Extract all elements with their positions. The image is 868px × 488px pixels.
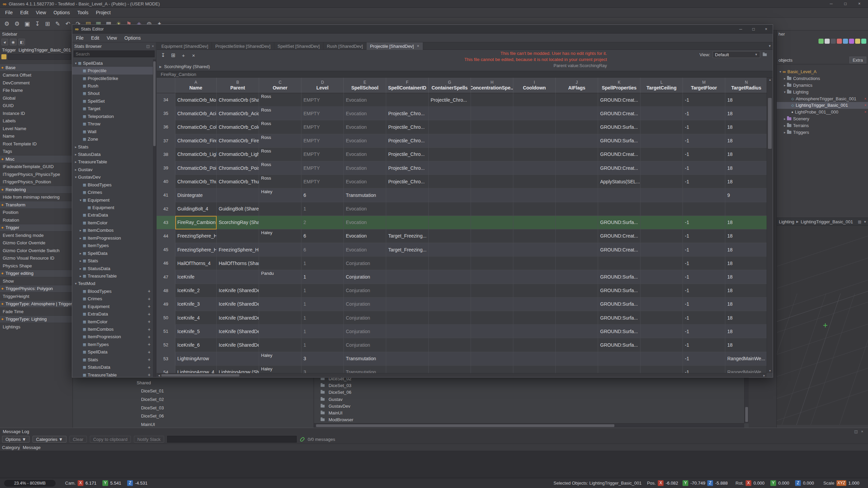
cell-r48-c3[interactable]: 1 xyxy=(301,284,344,298)
paint-icon[interactable] xyxy=(818,39,824,44)
cell-r47-c3[interactable]: 1 xyxy=(301,270,344,284)
sidebar-item-physics-shape[interactable]: Physics Shape xyxy=(0,262,73,270)
close-tab-icon[interactable]: × xyxy=(417,44,419,48)
row-number-cell[interactable]: 48 xyxy=(157,284,175,298)
cell-r54-c11[interactable] xyxy=(640,366,683,373)
cell-r53-c12[interactable]: -1 xyxy=(683,352,725,366)
cell-r38-c2[interactable]: Ross xyxy=(259,148,301,161)
cell-r39-c12[interactable]: -1 xyxy=(683,161,725,175)
bg-list-item-diceset-06[interactable]: DiceSet_06 xyxy=(314,389,744,396)
table-row-36[interactable]: 36ChromaticOrb_Cold_...ChromaticOrb_Cold… xyxy=(157,120,767,134)
table-row-37[interactable]: 37ChromaticOrb_Fire_...ChromaticOrb_Fire… xyxy=(157,134,767,148)
scroll-down-icon[interactable]: ▼ xyxy=(769,369,771,372)
light-icon[interactable] xyxy=(855,39,860,44)
sidebar-item-position[interactable]: Position xyxy=(0,209,73,217)
stats-tree-extradata[interactable]: ▦ExtraData xyxy=(72,211,153,219)
cell-r36-c2[interactable]: Ross xyxy=(259,120,301,134)
cell-r49-c2[interactable] xyxy=(259,298,301,311)
cell-r44-c11[interactable] xyxy=(640,229,683,243)
table-row-34[interactable]: 34ChromaticOrb_MonkChromaticOrb (Shared)… xyxy=(157,93,767,107)
expand-arrow-icon[interactable]: ▸ xyxy=(78,236,83,240)
cell-r34-c0[interactable]: ChromaticOrb_Monk xyxy=(175,93,217,107)
bg-list-item-shared[interactable]: Shared xyxy=(73,379,314,387)
tab-rush-shareddev[interactable]: Rush [SharedDev] xyxy=(323,42,367,50)
bg-list-item-diceset-03[interactable]: DiceSet_03 xyxy=(73,404,314,412)
add-entry-button[interactable]: + xyxy=(148,311,151,317)
cell-r51-c3[interactable]: 1 xyxy=(301,325,344,338)
menu-project[interactable]: Project xyxy=(92,10,115,15)
stats-tree-rush[interactable]: ▦Rush xyxy=(72,82,153,89)
object-tree-lightingtrigger-basic-001[interactable]: ◇LightingTrigger_Basic_001× xyxy=(777,102,868,109)
cell-r54-c10[interactable] xyxy=(598,366,640,373)
sidebar-item-level-name[interactable]: Level Name xyxy=(0,125,73,133)
bg-list-item-gustavdev[interactable]: GustavDev xyxy=(314,403,744,409)
cell-r51-c9[interactable] xyxy=(556,325,598,338)
cell-r41-c13[interactable]: 9 xyxy=(725,188,767,202)
filter-input[interactable] xyxy=(8,54,71,60)
breadcrumb-parent[interactable]: ScorchingRay (Shared) xyxy=(164,64,210,69)
cell-r38-c11[interactable] xyxy=(640,148,683,161)
stats-tree-gustav[interactable]: ▸Gustav xyxy=(72,166,153,173)
cell-r46-c1[interactable]: HailOfThorns (Shared) xyxy=(217,257,259,270)
object-tree-atmospheretrigger-basic-001[interactable]: ◇AtmosphereTrigger_Basic_001× xyxy=(777,95,868,102)
cell-r47-c5[interactable] xyxy=(386,270,429,284)
row-number-cell[interactable]: 47 xyxy=(157,270,175,284)
cell-r40-c9[interactable] xyxy=(556,175,598,188)
cell-r49-c8[interactable] xyxy=(513,298,556,311)
stats-editor-titlebar[interactable]: ∞ Stats Editor ─□× xyxy=(72,25,773,34)
cell-r43-c1[interactable]: ScorchingRay (Shared) xyxy=(217,216,259,229)
cell-r46-c5[interactable] xyxy=(386,257,429,270)
cell-r34-c3[interactable]: EMPTY xyxy=(301,93,344,107)
sidebar-group-misc[interactable]: ◆Misc xyxy=(0,155,73,163)
cell-r43-c0[interactable]: FireRay_Cambion xyxy=(175,216,217,229)
cell-r34-c13[interactable]: 18 xyxy=(725,93,767,107)
row-number-cell[interactable]: 49 xyxy=(157,298,175,311)
table-vertical-scrollbar[interactable]: ▲ ▼ xyxy=(767,78,773,373)
cell-r34-c6[interactable]: Projectile_Chro... xyxy=(429,93,471,107)
cell-r47-c12[interactable]: -1 xyxy=(683,270,725,284)
cell-r47-c7[interactable] xyxy=(471,270,513,284)
cell-r40-c4[interactable]: Evocation xyxy=(344,175,386,188)
cell-r38-c10[interactable]: GROUND:Creat... xyxy=(598,148,640,161)
stats-tree-itemcolor[interactable]: ▦ItemColor xyxy=(72,219,153,226)
cell-r38-c0[interactable]: ChromaticOrb_Light... xyxy=(175,148,217,161)
magic-icon[interactable] xyxy=(849,39,854,44)
cell-r44-c8[interactable] xyxy=(513,229,556,243)
breadcrumb-parent[interactable]: Lighting xyxy=(779,219,794,224)
cell-r42-c1[interactable]: GuidingBolt (Shared) xyxy=(217,202,259,216)
cell-r39-c2[interactable]: Ross xyxy=(259,161,301,175)
stats-tree-spelldata[interactable]: ▦SpellData+ xyxy=(72,348,153,356)
expand-arrow-icon[interactable]: ▸ xyxy=(78,228,83,232)
column-header-targetradius[interactable]: NTargetRadius xyxy=(725,78,767,93)
row-number-cell[interactable]: 45 xyxy=(157,243,175,257)
table-row-47[interactable]: 47IceKnifePandu1ConjurationGROUND:Surfa.… xyxy=(157,270,767,284)
stats-tree-testmod[interactable]: ▾TestMod xyxy=(72,280,153,287)
notify-slack-button[interactable]: Notify Slack xyxy=(134,436,164,443)
cell-r39-c10[interactable]: GROUND:Creat... xyxy=(598,161,640,175)
expand-arrow-icon[interactable]: ▾ xyxy=(74,175,78,179)
cell-r50-c9[interactable] xyxy=(556,311,598,325)
cell-r43-c5[interactable] xyxy=(386,216,429,229)
cell-r49-c3[interactable]: 1 xyxy=(301,298,344,311)
cell-r52-c1[interactable]: IceKnife (SharedDev) xyxy=(217,338,259,352)
cell-r37-c13[interactable]: 18 xyxy=(725,134,767,148)
column-header-parent[interactable]: BParent xyxy=(217,78,259,93)
cell-r38-c3[interactable]: EMPTY xyxy=(301,148,344,161)
sidebar-item-rotation[interactable]: Rotation xyxy=(0,216,73,224)
sidebar-item-fade-time[interactable]: Fade Time xyxy=(0,308,73,316)
table-row-46[interactable]: 46HailOfThorns_4HailOfThorns (Shared)1Co… xyxy=(157,257,767,270)
sidebar-group-triggertype-lighting[interactable]: ◆TriggerType: Lighting xyxy=(0,316,73,323)
breadcrumb-current[interactable]: LightingTrigger_Basic_001 xyxy=(801,219,853,224)
column-header-targetceiling[interactable]: LTargetCeiling xyxy=(640,78,683,93)
row-number-cell[interactable]: 37 xyxy=(157,134,175,148)
cell-r47-c6[interactable] xyxy=(429,270,471,284)
stats-tree-itemtypes[interactable]: ▦ItemTypes xyxy=(72,242,153,249)
sidebar-group-triggertype-atmosphere-triggert[interactable]: ◆TriggerType: Atmosphere | TriggerT xyxy=(0,300,73,308)
cell-r44-c3[interactable]: 6 xyxy=(301,229,344,243)
cell-r43-c4[interactable]: Evocation xyxy=(344,216,386,229)
table-row-50[interactable]: 50IceKnife_4IceKnife (SharedDev)1Conjura… xyxy=(157,311,767,325)
cell-r34-c7[interactable] xyxy=(471,93,513,107)
delete-row-icon[interactable]: × xyxy=(190,52,197,59)
sidebar-item-guid[interactable]: GUID xyxy=(0,102,73,110)
cell-r40-c6[interactable] xyxy=(429,175,471,188)
